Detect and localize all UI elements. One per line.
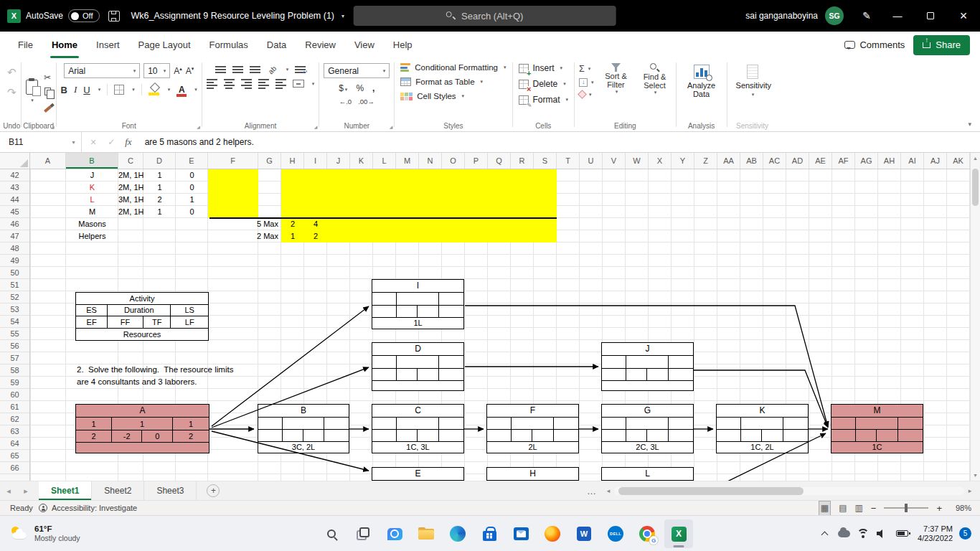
font-dialog-launcher[interactable]: ◢: [197, 124, 200, 129]
wrap-text-icon[interactable]: [295, 66, 306, 73]
font-size-select[interactable]: 10▾: [143, 63, 170, 78]
format-painter-icon[interactable]: [44, 103, 52, 113]
weather-widget[interactable]: 61°FMostly cloudy: [3, 524, 88, 543]
activity-node-C[interactable]: C1C, 3L: [372, 404, 464, 453]
column-header-E[interactable]: E: [176, 153, 208, 169]
volume-icon[interactable]: [873, 519, 892, 548]
vertical-scroll-thumb[interactable]: [972, 169, 979, 206]
cell-B46[interactable]: Masons: [66, 218, 118, 230]
ribbon-tab-file[interactable]: File: [9, 32, 42, 58]
row-header-56[interactable]: 56: [0, 340, 29, 352]
minimize-button[interactable]: —: [881, 0, 914, 32]
select-all-corner[interactable]: [0, 153, 30, 169]
wifi-icon[interactable]: [854, 519, 872, 548]
enter-icon[interactable]: ✓: [102, 137, 121, 147]
fill-button[interactable]: ▾: [579, 78, 594, 87]
row-header-58[interactable]: 58: [0, 364, 29, 377]
cell-B45[interactable]: M: [66, 206, 118, 218]
zoom-slider-thumb[interactable]: [905, 504, 908, 512]
row-header-54[interactable]: 54: [0, 316, 29, 328]
taskbar-icon-word[interactable]: [570, 519, 598, 548]
taskbar-icon-edge[interactable]: [443, 519, 472, 548]
ribbon-tab-data[interactable]: Data: [258, 32, 296, 58]
ribbon-tab-view[interactable]: View: [345, 32, 384, 58]
zoom-in-icon[interactable]: +: [936, 503, 942, 514]
sheet-tab-sheet3[interactable]: Sheet3: [144, 481, 197, 500]
horizontal-scrollbar[interactable]: ◂ ▸: [603, 481, 976, 500]
formula-content[interactable]: are 5 masons and 2 helpers.: [139, 137, 254, 147]
cell-E44[interactable]: 1: [176, 194, 208, 206]
fill-color-icon[interactable]: [149, 84, 160, 95]
column-header-A[interactable]: A: [30, 153, 66, 169]
activity-node-M[interactable]: M1C: [831, 404, 923, 453]
sheet-tab-sheet2[interactable]: Sheet2: [92, 481, 144, 500]
row-header-63[interactable]: 63: [0, 425, 29, 438]
clear-button[interactable]: ▾: [579, 91, 594, 98]
format-cells-button[interactable]: Format▾: [517, 92, 570, 108]
problem-note-line2[interactable]: are 4 consultants and 3 laborers.: [77, 377, 197, 386]
align-middle-icon[interactable]: [232, 66, 243, 73]
accessibility-status[interactable]: Accessibility: Investigate: [39, 504, 137, 512]
sheet-nav-left-icon[interactable]: ◂: [0, 486, 17, 496]
taskbar-clock[interactable]: 7:37 PM 4/23/2022: [912, 524, 958, 543]
redo-button[interactable]: ↷: [7, 86, 17, 99]
cell-F47[interactable]: 2 Max: [208, 230, 281, 242]
ribbon-tab-home[interactable]: Home: [42, 32, 87, 58]
taskbar-icon-store[interactable]: [475, 519, 504, 548]
format-as-table-button[interactable]: Format as Table▾: [399, 75, 484, 89]
currency-format-button[interactable]: $▾: [339, 83, 347, 93]
row-header-50[interactable]: 50: [0, 267, 29, 279]
close-button[interactable]: ×: [947, 0, 980, 32]
save-icon[interactable]: [108, 11, 120, 22]
merge-center-icon[interactable]: [293, 80, 304, 88]
taskbar-icon-search[interactable]: [317, 519, 346, 548]
taskbar-icon-chrome[interactable]: [633, 519, 661, 548]
cell-E45[interactable]: 0: [176, 206, 208, 218]
align-bottom-icon[interactable]: [250, 66, 260, 73]
align-center-icon[interactable]: [224, 79, 235, 89]
cell-I47[interactable]: 2: [304, 230, 327, 242]
row-header-46[interactable]: 46: [0, 218, 29, 230]
row-header-52[interactable]: 52: [0, 291, 29, 303]
column-header-J[interactable]: J: [327, 153, 350, 169]
cell-H47[interactable]: 1: [281, 230, 304, 242]
cell-F46[interactable]: 5 Max: [208, 218, 281, 230]
row-header-53[interactable]: 53: [0, 303, 29, 316]
comma-style-button[interactable]: ,: [372, 83, 374, 93]
copy-icon[interactable]: [44, 88, 51, 98]
taskbar-icon-start[interactable]: [286, 519, 314, 548]
column-header-M[interactable]: M: [396, 153, 419, 169]
column-header-AB[interactable]: AB: [740, 153, 763, 169]
collapse-ribbon-icon[interactable]: ▾: [968, 121, 971, 128]
underline-button[interactable]: U: [83, 85, 90, 95]
font-name-select[interactable]: Arial▾: [64, 63, 140, 78]
column-header-I[interactable]: I: [304, 153, 327, 169]
increase-font-size-icon[interactable]: A▴: [174, 66, 182, 76]
comments-button[interactable]: Comments: [844, 39, 905, 50]
decrease-indent-icon[interactable]: [258, 79, 269, 89]
conditional-formatting-button[interactable]: Conditional Formatting▾: [399, 60, 507, 75]
share-button[interactable]: Share: [913, 35, 970, 55]
row-header-48[interactable]: 48: [0, 242, 29, 255]
font-color-icon[interactable]: A: [176, 85, 187, 94]
column-header-AK[interactable]: AK: [947, 153, 970, 169]
number-dialog-launcher[interactable]: ◢: [390, 124, 393, 129]
column-header-H[interactable]: H: [281, 153, 304, 169]
analyze-data-button[interactable]: Analyze Data: [681, 60, 722, 98]
scroll-up-icon[interactable]: ▲: [971, 156, 980, 161]
column-header-AA[interactable]: AA: [717, 153, 740, 169]
vertical-scrollbar[interactable]: ▲ ▼: [970, 153, 980, 481]
number-format-select[interactable]: General▾: [324, 63, 390, 78]
row-header-43[interactable]: 43: [0, 182, 29, 194]
pen-icon[interactable]: ✎: [852, 10, 881, 22]
increase-decimal-icon[interactable]: ←.0: [339, 98, 352, 105]
column-header-F[interactable]: F: [208, 153, 258, 169]
column-header-N[interactable]: N: [419, 153, 442, 169]
row-header-64[interactable]: 64: [0, 438, 29, 450]
column-header-Z[interactable]: Z: [694, 153, 717, 169]
cell-C45[interactable]: 2M, 1H: [118, 206, 143, 218]
column-header-S[interactable]: S: [534, 153, 557, 169]
row-header-55[interactable]: 55: [0, 328, 29, 340]
search-box[interactable]: Search (Alt+Q): [354, 6, 616, 26]
column-header-AJ[interactable]: AJ: [924, 153, 947, 169]
